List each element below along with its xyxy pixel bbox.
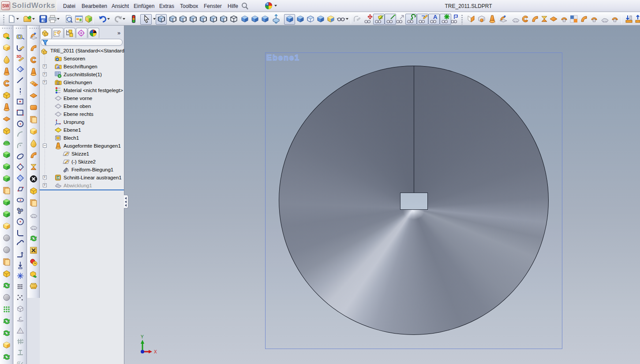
- svg-text:X: X: [154, 349, 157, 354]
- svg-text:Y: Y: [141, 335, 144, 339]
- svg-text:6̸: 6̸: [17, 360, 21, 364]
- svg-text:A: A: [57, 65, 60, 69]
- svg-text:Σ: Σ: [57, 81, 59, 85]
- svg-text:!: !: [19, 329, 21, 333]
- svg-text:3D: 3D: [16, 54, 22, 59]
- svg-text:A: A: [433, 14, 438, 20]
